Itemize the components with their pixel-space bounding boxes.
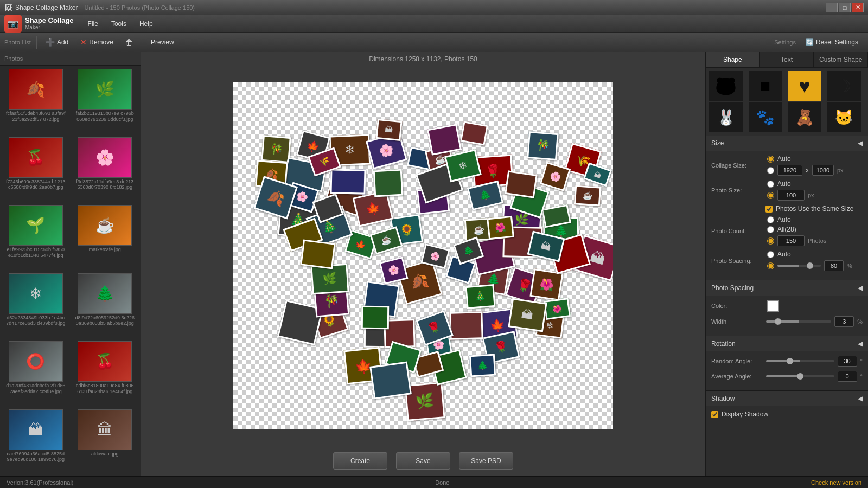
photo-item-5[interactable]: ☕marketcafe.jpg — [72, 204, 139, 270]
display-shadow-checkbox[interactable] — [711, 411, 718, 418]
reset-label: Reset Settings — [816, 38, 858, 46]
tab-shape[interactable]: Shape — [706, 52, 760, 67]
random-angle-input[interactable] — [838, 356, 857, 367]
collage-custom-radio[interactable] — [767, 167, 774, 174]
menu-help[interactable]: Help — [134, 18, 158, 30]
count-value-input[interactable] — [777, 235, 805, 246]
shape-heart[interactable]: ♥ — [788, 71, 821, 101]
collage-photo-70 — [330, 169, 366, 194]
spacing-color-swatch[interactable] — [767, 300, 779, 312]
titlebar-controls: ─ □ ✕ — [826, 3, 864, 12]
add-button[interactable]: ➕ Add — [40, 36, 74, 49]
moon-icon: ☽ — [836, 76, 852, 97]
photo-count-label: Photo Count: — [711, 228, 763, 234]
photo-thumb-11: 🏛 — [78, 409, 132, 450]
collage-canvas[interactable]: 🌲🎋🌹❄🌻🍁🍂🍁🌺🎄🌹🌸🌻🎄🌸🌸🎄🌲🌲🍁🌸☕🌿🌾❄🎋🌹🌿🏔🍁🌸🏔☕🌺🌹🌿☕🌲🍂❄… — [233, 82, 613, 429]
remove-button[interactable]: ✕ Remove — [75, 36, 119, 49]
settings-label: Settings — [774, 39, 796, 46]
collage-auto-radio[interactable] — [767, 156, 774, 163]
shape-square[interactable]: ■ — [749, 71, 782, 101]
photo-item-1[interactable]: 🌿faf2b2119313b07e9 c796b060ed791239 6dd8… — [72, 68, 139, 134]
collage-height-input[interactable] — [812, 165, 834, 176]
photo-grid[interactable]: 🍂fcfaaf51f3deb48f693 a3fa9f21f3a292df57 … — [0, 66, 141, 476]
rotation-section-header[interactable]: Rotation ◀ — [706, 336, 868, 351]
collage-size-options: Auto x px — [767, 155, 844, 176]
shape-paw[interactable]: 🐾 — [749, 102, 782, 132]
titlebar-app-icon: 🖼 — [4, 3, 12, 12]
tab-custom-shape[interactable]: Custom Shape — [814, 52, 868, 67]
menubar: 📷 Shape Collage Maker File Tools Help — [0, 15, 868, 33]
shape-rabbit[interactable]: 🐰 — [709, 102, 743, 132]
save-button[interactable]: Save — [396, 452, 450, 470]
photo-item-10[interactable]: 🏔caef76094b36acaf5 8825d9e7ed98d100 1e99… — [2, 408, 69, 474]
spacing-width-input[interactable] — [834, 316, 854, 327]
collage-photo-29: ☕ — [574, 185, 602, 207]
spacing-slider[interactable] — [777, 265, 821, 267]
random-angle-slider[interactable] — [766, 360, 834, 362]
photo-label-5: marketcafe.jpg — [89, 247, 121, 253]
save-psd-button[interactable]: Save PSD — [459, 452, 513, 470]
average-angle-slider[interactable] — [766, 375, 834, 377]
check-version-link[interactable]: Check new version — [811, 479, 861, 486]
count-custom-radio[interactable] — [767, 237, 774, 245]
spacing-custom-radio[interactable] — [767, 262, 774, 269]
menu-tools[interactable]: Tools — [106, 18, 132, 30]
photo-auto-radio[interactable] — [767, 181, 774, 188]
photo-label-4: e1fe9925bc315c60b f5a50e18fb1cb1348 5477… — [6, 247, 66, 259]
size-section-header[interactable]: Size ◀ — [706, 136, 868, 151]
photo-panel: Photos 🍂fcfaaf51f3deb48f693 a3fa9f21f3a2… — [0, 52, 141, 476]
collage-auto-label: Auto — [777, 155, 791, 163]
collage-photo-54: 🌲 — [469, 354, 496, 377]
average-angle-input[interactable] — [838, 371, 857, 382]
photo-size-label: Photo Size: — [711, 187, 763, 194]
photo-item-3[interactable]: 🌸f3d3572c11dfa9ec3 dc2135360d0f70390 8fc… — [72, 136, 139, 202]
photo-item-11[interactable]: 🏛aldawaar.jpg — [72, 408, 139, 474]
preview-button[interactable]: Preview — [145, 36, 180, 48]
count-unit-label: Photos — [808, 237, 826, 244]
maximize-button[interactable]: □ — [839, 3, 851, 12]
shape-grid: 🐻 ■ ♥ ☽ 🐰 🐾 🧸 — [706, 68, 868, 136]
photo-item-8[interactable]: ⭕d1a20cf431adcbefa 2f1d667aeaf2edda2 cc9… — [2, 340, 69, 406]
spacing-color-row: Color: — [711, 300, 863, 312]
photo-spacing-section-header[interactable]: Photo Spacing ◀ — [706, 280, 868, 296]
tab-text[interactable]: Text — [760, 52, 814, 67]
titlebar-left: 🖼 Shape Collage Maker Untitled - 150 Pho… — [4, 3, 195, 12]
photo-item-6[interactable]: ❄d52a2834349b033b 1e4bc7d417ce36d3 d439b… — [2, 272, 69, 338]
spacing-width-slider[interactable] — [766, 320, 831, 323]
collage-width-input[interactable] — [777, 165, 802, 176]
main-layout: Photos 🍂fcfaaf51f3deb48f693 a3fa9f21f3a2… — [0, 52, 868, 476]
square-icon: ■ — [760, 76, 770, 96]
menu-file[interactable]: File — [82, 18, 104, 30]
photo-auto-row: Auto — [767, 180, 814, 188]
collage-size-label: Collage Size: — [711, 162, 763, 169]
spacing-auto-radio[interactable] — [767, 251, 774, 258]
random-angle-label: Random Angle: — [711, 358, 763, 364]
photo-item-2[interactable]: 🍒f7246b600c338744a b1213c5500fd9f9d6 2aa… — [2, 136, 69, 202]
shadow-section-header[interactable]: Shadow ◀ — [706, 391, 868, 406]
photo-item-7[interactable]: 🌲d8f9d72a6059252d9 5c2260a369b033b5 ab5b… — [72, 272, 139, 338]
same-size-checkbox[interactable] — [765, 206, 773, 213]
photo-custom-radio[interactable] — [767, 192, 774, 199]
minimize-button[interactable]: ─ — [826, 3, 838, 12]
spacing-value-input[interactable] — [824, 260, 844, 271]
shape-bear[interactable]: 🐻 — [709, 71, 743, 101]
photo-item-4[interactable]: 🌱e1fe9925bc315c60b f5a50e18fb1cb1348 547… — [2, 204, 69, 270]
create-button[interactable]: Create — [333, 452, 387, 470]
shape-moon[interactable]: ☽ — [827, 71, 861, 101]
count-all-radio[interactable] — [767, 226, 774, 233]
shape-teddy[interactable]: 🧸 — [788, 102, 821, 132]
reset-settings-button[interactable]: 🔄 Reset Settings — [800, 36, 864, 48]
photo-item-9[interactable]: 🍒cdbf6c81800a19d84 f08066131fa828ba6 1e4… — [72, 340, 139, 406]
photo-size-input[interactable] — [777, 190, 805, 201]
photo-item-0[interactable]: 🍂fcfaaf51f3deb48f693 a3fa9f21f3a292df57 … — [2, 68, 69, 134]
count-auto-radio[interactable] — [767, 216, 774, 223]
close-button[interactable]: ✕ — [852, 3, 864, 12]
titlebar-subtitle: Untitled - 150 Photos (Photo Collage 150… — [84, 4, 195, 11]
collage-photo-22: 🎄 — [465, 284, 495, 309]
rotation-section-content: Random Angle: ° Average Angle: ° — [706, 351, 868, 390]
shape-cat[interactable]: 🐱 — [827, 102, 861, 132]
photo-label-9: cdbf6c81800a19d84 f08066131fa828ba6 1e46… — [75, 383, 135, 395]
collage-unit-label: px — [837, 167, 844, 174]
delete-button[interactable]: 🗑 — [120, 36, 138, 49]
photo-label-10: caef76094b36acaf5 8825d9e7ed98d100 1e99c… — [6, 451, 66, 463]
